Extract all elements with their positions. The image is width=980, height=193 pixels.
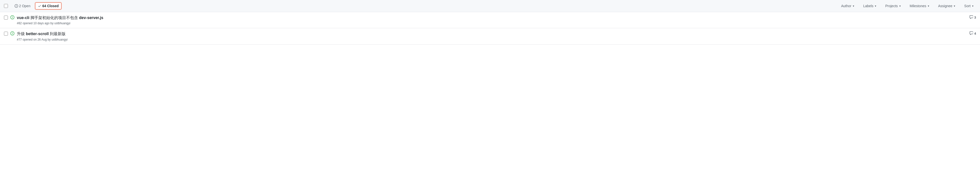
labels-chevron-icon: ▾: [875, 5, 876, 8]
select-all-checkbox[interactable]: [4, 4, 8, 8]
issue-checkbox[interactable]: [4, 32, 8, 36]
issue-content: 升级 better-scroll 到最新版 #77 opened on 26 A…: [17, 31, 967, 41]
labels-filter-label: Labels: [863, 4, 873, 8]
issue-title-prefix: 升级: [17, 32, 26, 36]
issue-title: vue-cli 脚手架初始化的项目不包含 dev-server.js: [17, 15, 967, 21]
issue-open-icon: [10, 32, 14, 35]
sort-filter-label: Sort: [964, 4, 970, 8]
comment-count-value: 4: [974, 32, 976, 35]
toolbar-right: Author ▾ Labels ▾ Projects ▾ Milestones …: [839, 3, 976, 9]
projects-filter-label: Projects: [885, 4, 898, 8]
sort-filter-button[interactable]: Sort ▾: [962, 3, 976, 9]
issue-list: vue-cli 脚手架初始化的项目不包含 dev-server.js #82 o…: [0, 12, 980, 45]
issue-title-middle: better-scroll: [26, 32, 48, 36]
issue-title-suffix: dev-server.js: [79, 16, 103, 20]
toolbar-left: 2 Open 64 Closed: [4, 2, 839, 10]
sort-chevron-icon: ▾: [972, 5, 974, 8]
author-chevron-icon: ▾: [853, 5, 854, 8]
milestones-chevron-icon: ▾: [928, 5, 929, 8]
issue-right: 3: [969, 15, 976, 20]
issue-meta: #77 opened on 26 Aug by ustbhuangyi: [17, 38, 967, 41]
open-issues-button[interactable]: 2 Open: [12, 2, 33, 10]
issue-open-icon: [10, 15, 14, 19]
closed-issues-label: 64 Closed: [42, 4, 59, 8]
author-filter-button[interactable]: Author ▾: [839, 3, 857, 9]
closed-issues-button[interactable]: 64 Closed: [35, 2, 61, 10]
issue-content: vue-cli 脚手架初始化的项目不包含 dev-server.js #82 o…: [17, 15, 967, 25]
issue-number: #77: [17, 38, 22, 41]
issues-container: 2 Open 64 Closed Author ▾: [0, 0, 980, 45]
issue-title-suffix: 到最新版: [49, 32, 65, 36]
assignee-filter-button[interactable]: Assignee ▾: [936, 3, 958, 9]
status-buttons: 2 Open 64 Closed: [12, 2, 61, 10]
issues-toolbar: 2 Open 64 Closed Author ▾: [0, 0, 980, 12]
comment-count-link[interactable]: 3: [969, 15, 976, 20]
closed-issues-icon: [38, 4, 41, 8]
milestones-filter-label: Milestones: [910, 4, 926, 8]
labels-filter-button[interactable]: Labels ▾: [861, 3, 879, 9]
issue-title: 升级 better-scroll 到最新版: [17, 31, 967, 37]
open-issues-label: 2 Open: [19, 4, 30, 8]
assignee-filter-label: Assignee: [938, 4, 953, 8]
issue-checkbox[interactable]: [4, 16, 8, 19]
issue-meta-text: opened on 26 Aug by ustbhuangyi: [22, 38, 68, 41]
issue-number: #82: [17, 22, 22, 25]
comment-count-value: 3: [974, 16, 976, 19]
projects-chevron-icon: ▾: [899, 5, 901, 8]
comment-icon: [969, 31, 973, 36]
assignee-chevron-icon: ▾: [954, 5, 955, 8]
milestones-filter-button[interactable]: Milestones ▾: [907, 3, 932, 9]
projects-filter-button[interactable]: Projects ▾: [883, 3, 903, 9]
open-issues-icon: [14, 4, 18, 8]
issue-meta: #82 opened 10 days ago by ustbhuangyi: [17, 22, 967, 25]
issue-title-strong: vue-cli: [17, 16, 29, 20]
table-row: vue-cli 脚手架初始化的项目不包含 dev-server.js #82 o…: [0, 12, 980, 28]
comment-count-link[interactable]: 4: [969, 31, 976, 36]
issue-meta-text: opened 10 days ago by ustbhuangyi: [22, 22, 70, 25]
issue-title-middle: 脚手架初始化的项目不包含: [29, 16, 79, 20]
table-row: 升级 better-scroll 到最新版 #77 opened on 26 A…: [0, 28, 980, 44]
comment-icon: [969, 15, 973, 20]
author-filter-label: Author: [841, 4, 851, 8]
issue-right: 4: [969, 31, 976, 36]
